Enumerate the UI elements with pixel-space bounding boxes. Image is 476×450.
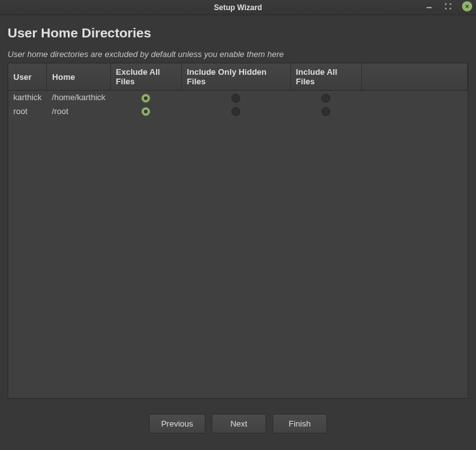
header-spacer bbox=[361, 63, 467, 91]
radio-exclude[interactable] bbox=[141, 107, 150, 116]
cell-spacer bbox=[361, 91, 467, 105]
cell-radio-hidden bbox=[181, 91, 290, 105]
cell-radio-hidden bbox=[181, 105, 290, 119]
radio-exclude[interactable] bbox=[141, 94, 150, 103]
window-controls bbox=[424, 1, 472, 11]
radio-include[interactable] bbox=[321, 107, 330, 116]
titlebar: Setup Wizard bbox=[0, 0, 476, 15]
wizard-content: User Home Directories User home director… bbox=[0, 15, 476, 440]
radio-hidden[interactable] bbox=[231, 94, 240, 103]
cell-user: karthick bbox=[8, 91, 47, 105]
cell-radio-exclude bbox=[110, 105, 181, 119]
radio-include[interactable] bbox=[321, 94, 330, 103]
cell-radio-include bbox=[290, 105, 361, 119]
maximize-button[interactable] bbox=[443, 1, 453, 11]
header-exclude-all[interactable]: Exclude All Files bbox=[110, 63, 181, 91]
header-include-hidden[interactable]: Include Only Hidden Files bbox=[181, 63, 290, 91]
radio-hidden[interactable] bbox=[231, 107, 240, 116]
header-include-all[interactable]: Include All Files bbox=[290, 63, 361, 91]
cell-home: /root bbox=[47, 105, 111, 119]
cell-home: /home/karthick bbox=[47, 91, 111, 105]
finish-button[interactable]: Finish bbox=[273, 414, 327, 434]
window-title: Setup Wizard bbox=[214, 3, 262, 12]
cell-radio-include bbox=[290, 91, 361, 105]
next-button[interactable]: Next bbox=[212, 414, 266, 434]
wizard-button-bar: Previous Next Finish bbox=[8, 414, 468, 434]
page-title: User Home Directories bbox=[8, 25, 468, 41]
header-user[interactable]: User bbox=[8, 63, 47, 91]
header-home[interactable]: Home bbox=[47, 63, 111, 91]
previous-button[interactable]: Previous bbox=[149, 414, 205, 434]
table-row: root/root bbox=[8, 105, 468, 119]
minimize-button[interactable] bbox=[424, 1, 434, 11]
page-description: User home directories are excluded by de… bbox=[8, 49, 468, 59]
users-table-container: User Home Exclude All Files Include Only… bbox=[8, 63, 468, 399]
cell-spacer bbox=[361, 105, 467, 119]
table-row: karthick/home/karthick bbox=[8, 91, 468, 105]
cell-user: root bbox=[8, 105, 47, 119]
users-table: User Home Exclude All Files Include Only… bbox=[8, 63, 468, 118]
cell-radio-exclude bbox=[110, 91, 181, 105]
close-button[interactable] bbox=[462, 1, 472, 11]
